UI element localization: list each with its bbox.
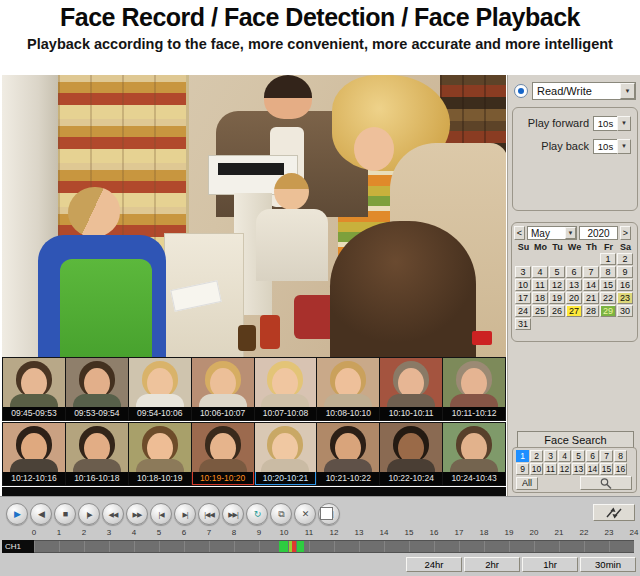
interval-2hr-button[interactable]: 2hr [464, 557, 520, 572]
face-thumbnail[interactable]: 10:06-10:07 [192, 358, 254, 420]
year-field[interactable]: 2020 [579, 226, 618, 240]
calendar-day-27[interactable]: 27 [566, 305, 582, 317]
face-thumbnail[interactable]: 10:12-10:16 [3, 423, 65, 485]
close-button[interactable]: ✕ [294, 503, 316, 525]
stop-button[interactable]: ■ [54, 503, 76, 525]
calendar-day-15[interactable]: 15 [600, 279, 616, 291]
channel-button-8[interactable]: 8 [614, 450, 627, 462]
prev-file-button[interactable]: |◀◀ [198, 503, 220, 525]
calendar-day-6[interactable]: 6 [566, 266, 582, 278]
face-thumbnail[interactable]: 10:11-10:12 [443, 358, 505, 420]
face-thumbnail[interactable]: 09:45-09:53 [3, 358, 65, 420]
calendar-day-19[interactable]: 19 [549, 292, 565, 304]
calendar-day-2[interactable]: 2 [617, 253, 633, 265]
face-thumbnail[interactable]: 10:21-10:22 [317, 423, 379, 485]
calendar-day-31[interactable]: 31 [515, 318, 531, 330]
calendar-day-18[interactable]: 18 [532, 292, 548, 304]
channel-button-14[interactable]: 14 [586, 463, 599, 475]
month-dropdown[interactable]: May [527, 226, 577, 240]
stream-mode-dropdown[interactable]: Read/Write [532, 82, 636, 100]
face-search-button[interactable] [580, 476, 632, 490]
play-button[interactable]: ▶ [6, 503, 28, 525]
calendar-day-13[interactable]: 13 [566, 279, 582, 291]
channel-button-11[interactable]: 11 [544, 463, 557, 475]
calendar-day-11[interactable]: 11 [532, 279, 548, 291]
channel-button-10[interactable]: 10 [530, 463, 543, 475]
face-thumbnail[interactable]: 10:22-10:24 [380, 423, 442, 485]
prev-month-button[interactable]: < [514, 226, 525, 240]
calendar-day-8[interactable]: 8 [600, 266, 616, 278]
next-month-button[interactable]: > [620, 226, 631, 240]
channel-button-6[interactable]: 6 [586, 450, 599, 462]
face-thumbnail[interactable]: 10:18-10:19 [129, 423, 191, 485]
channel-button-16[interactable]: 16 [614, 463, 627, 475]
channel-button-15[interactable]: 15 [600, 463, 613, 475]
calendar-day-22[interactable]: 22 [600, 292, 616, 304]
fast-forward-button[interactable]: ▶▶ [126, 503, 148, 525]
calendar-day-23[interactable]: 23 [617, 292, 633, 304]
chevron-down-icon[interactable] [565, 227, 576, 239]
face-thumbnail[interactable]: 10:19-10:20 [192, 423, 254, 485]
channel-switch-button[interactable] [593, 504, 635, 521]
slow-play-button[interactable]: |▶ [78, 503, 100, 525]
play-back-select[interactable]: 10s [593, 139, 631, 154]
channel-button-12[interactable]: 12 [558, 463, 571, 475]
calendar-day-5[interactable]: 5 [549, 266, 565, 278]
calendar-day-21[interactable]: 21 [583, 292, 599, 304]
calendar-day-1[interactable]: 1 [600, 253, 616, 265]
interval-24hr-button[interactable]: 24hr [406, 557, 462, 572]
face-thumbnail[interactable]: 10:20-10:21 [255, 423, 317, 485]
calendar-day-7[interactable]: 7 [583, 266, 599, 278]
calendar-day-10[interactable]: 10 [515, 279, 531, 291]
calendar-day-3[interactable]: 3 [515, 266, 531, 278]
stream-mode-radio[interactable] [514, 84, 528, 98]
video-preview[interactable] [2, 75, 506, 357]
calendar-day-24[interactable]: 24 [515, 305, 531, 317]
chevron-down-icon[interactable] [617, 116, 631, 131]
face-thumbnail[interactable]: 10:10-10:11 [380, 358, 442, 420]
channel-button-13[interactable]: 13 [572, 463, 585, 475]
rewind-button[interactable]: ◀◀ [102, 503, 124, 525]
calendar-day-28[interactable]: 28 [583, 305, 599, 317]
channel-button-9[interactable]: 9 [516, 463, 529, 475]
channel-button-2[interactable]: 2 [530, 450, 543, 462]
timeline-ruler[interactable]: 0123456789101112131415161718192021222324 [0, 528, 640, 539]
face-thumbnail[interactable]: 09:54-10:06 [129, 358, 191, 420]
channel-button-1[interactable]: 1 [516, 450, 529, 462]
interval-30min-button[interactable]: 30min [580, 557, 636, 572]
interval-1hr-button[interactable]: 1hr [522, 557, 578, 572]
channel-button-4[interactable]: 4 [558, 450, 571, 462]
reverse-play-button[interactable]: ◀ [30, 503, 52, 525]
chevron-down-icon[interactable] [620, 83, 635, 99]
calendar-day-12[interactable]: 12 [549, 279, 565, 291]
face-thumbnail[interactable]: 10:16-10:18 [66, 423, 128, 485]
face-thumbnail[interactable]: 10:24-10:43 [443, 423, 505, 485]
next-frame-button[interactable]: ▶| [174, 503, 196, 525]
calendar-day-30[interactable]: 30 [617, 305, 633, 317]
play-forward-select[interactable]: 10s [593, 116, 631, 131]
calendar-day-20[interactable]: 20 [566, 292, 582, 304]
next-file-button[interactable]: ▶▶| [222, 503, 244, 525]
face-thumbnail[interactable]: 10:07-10:08 [255, 358, 317, 420]
calendar-day-9[interactable]: 9 [617, 266, 633, 278]
calendar-day-29[interactable]: 29 [600, 305, 616, 317]
channel-button-3[interactable]: 3 [544, 450, 557, 462]
calendar-empty-cell [549, 318, 565, 330]
timeline-bar[interactable] [34, 540, 634, 553]
prev-frame-button[interactable]: |◀ [150, 503, 172, 525]
mark-checkbox[interactable] [320, 507, 333, 520]
all-channels-button[interactable]: All [516, 477, 538, 490]
calendar-day-16[interactable]: 16 [617, 279, 633, 291]
calendar-day-26[interactable]: 26 [549, 305, 565, 317]
calendar-day-25[interactable]: 25 [532, 305, 548, 317]
channel-button-5[interactable]: 5 [572, 450, 585, 462]
loop-button[interactable]: ↻ [246, 503, 268, 525]
face-thumbnail[interactable]: 09:53-09:54 [66, 358, 128, 420]
calendar-day-4[interactable]: 4 [532, 266, 548, 278]
copy-button[interactable]: ⧉ [270, 503, 292, 525]
face-thumbnail[interactable]: 10:08-10:10 [317, 358, 379, 420]
calendar-day-14[interactable]: 14 [583, 279, 599, 291]
calendar-day-17[interactable]: 17 [515, 292, 531, 304]
channel-button-7[interactable]: 7 [600, 450, 613, 462]
chevron-down-icon[interactable] [617, 139, 631, 154]
